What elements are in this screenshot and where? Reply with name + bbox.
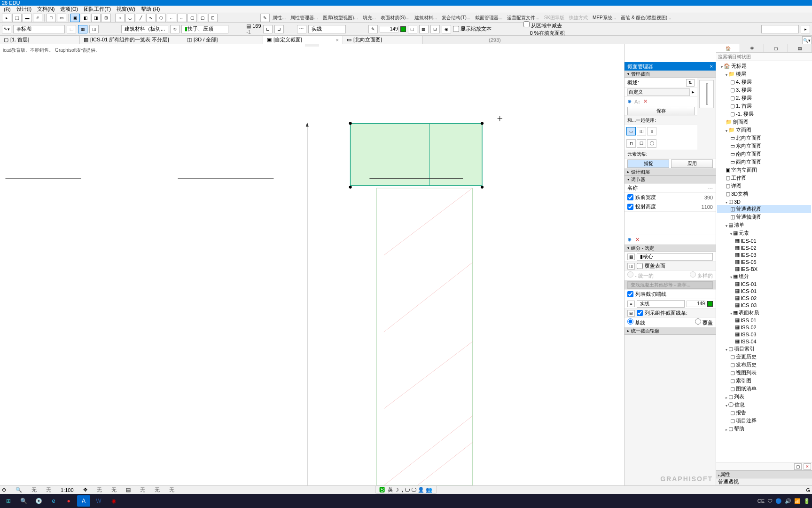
tree-lists[interactable]: ▤ 清单 (717, 221, 811, 229)
chevron-right-icon[interactable]: ▸ (692, 89, 695, 95)
fill-btn[interactable]: 填充... (361, 15, 378, 21)
library-btn[interactable]: 图库(模型视图)... (321, 15, 360, 21)
core-icon[interactable]: ▦ (627, 254, 635, 260)
tree-report[interactable]: ▢ 报告 (717, 409, 811, 417)
usewith-info-icon[interactable]: ⓘ (647, 139, 656, 148)
tree-3d-axon[interactable]: ◫ 普通轴测图 (717, 213, 811, 221)
tree-elev-n[interactable]: ▭ 北向立面图 (717, 134, 811, 142)
tree-elev-w[interactable]: ▭ 西向立面图 (717, 158, 811, 166)
bmat-btn[interactable]: 建筑材料... (413, 15, 439, 21)
surface-drop[interactable]: ▮ 扶手、压顶 (181, 25, 228, 33)
panel-header[interactable]: 截面管理器× (625, 62, 716, 71)
mep-btn[interactable]: MEP系统... (591, 15, 618, 21)
tool-g[interactable]: ⌐ (177, 14, 187, 22)
apply-button[interactable]: 应用 (671, 159, 713, 168)
tab-search[interactable]: 🔍▾ (802, 36, 812, 45)
tool-e[interactable]: ⊞ (102, 14, 111, 22)
surface-btn[interactable]: 表面材质(S)... (379, 15, 412, 21)
delete-icon[interactable]: ✕ (643, 98, 648, 104)
nav-tab-view[interactable]: 👁 (740, 44, 764, 52)
link-icon[interactable]: ⟲ (170, 25, 180, 33)
tree-elevations[interactable]: 📁 立面图 (717, 126, 811, 134)
menu-help[interactable]: 帮助 (H) (139, 6, 162, 13)
tool-grid[interactable]: # (33, 14, 42, 22)
ls-drop[interactable]: 实线 (637, 300, 685, 308)
tool-h[interactable]: ▢ (187, 14, 197, 22)
tool-line[interactable]: ╱ (136, 14, 145, 22)
save-button[interactable]: 保存 (627, 107, 695, 115)
tool-d[interactable]: ◨ (91, 14, 101, 22)
tool-f[interactable]: ⌐ (167, 14, 176, 22)
opconfig-btn[interactable]: 运营配置文件... (505, 15, 541, 21)
tree-help[interactable]: ▢ 帮助 (717, 425, 811, 433)
app-record[interactable]: ● (62, 495, 75, 507)
tree-ies01[interactable]: ▦ IES-01 (717, 237, 811, 244)
usewith-wall-icon[interactable]: ▭ (626, 127, 636, 135)
pen-color[interactable] (400, 26, 406, 32)
line-icon[interactable]: 〰 (297, 25, 306, 33)
tree-root[interactable]: 🏠 无标题 (717, 62, 811, 70)
tab-3d[interactable]: ◫[3D / 全部] (183, 36, 263, 44)
pan-icon[interactable]: ✥ (83, 487, 87, 493)
sectionmgr-btn[interactable]: 截面管理器... (473, 15, 504, 21)
ext-d[interactable]: ◉ (442, 25, 451, 33)
usewith-rail-icon[interactable]: ⊓ (626, 139, 636, 148)
tool-circle[interactable]: ○ (115, 14, 125, 22)
unified-edges-header[interactable]: 统一截面轮廓 (625, 327, 716, 335)
tree-lists-comp[interactable]: ▦ 组分 (717, 272, 811, 280)
width-check[interactable] (627, 194, 633, 200)
start-button[interactable]: ⊞ (2, 495, 15, 507)
properties-header[interactable]: 属性 (716, 470, 812, 478)
tree-lists-surf[interactable]: ▦ 表面材质 (717, 309, 811, 317)
zoom-out-icon[interactable]: ⊖ (2, 487, 6, 493)
pencolor-btn[interactable]: 画笔 & 颜色(模型视图)... (619, 15, 673, 21)
tree-details[interactable]: ▢ 详图 (717, 182, 811, 190)
tool-wall[interactable]: ▬ (23, 14, 32, 22)
tree-iss03[interactable]: ▦ ISS-03 (717, 331, 811, 338)
geo-c[interactable]: ◫ (89, 25, 99, 33)
tree-index-list[interactable]: ▢ 列表 (717, 393, 811, 401)
tree-floor-4[interactable]: ▢ 4. 楼层 (717, 78, 811, 86)
tab-floor1[interactable]: ▢[1. 首层] (0, 36, 80, 44)
linestyle-drop[interactable]: 实线 (308, 25, 346, 33)
tree-notes[interactable]: ▢ 项目注释 (717, 417, 811, 425)
tool-a[interactable]: □ (47, 14, 56, 22)
radio-cover[interactable]: 覆盖 (695, 318, 713, 326)
status-2[interactable]: 无 (46, 486, 51, 493)
app-music[interactable]: ◉ (107, 495, 120, 507)
tree-3ddocs[interactable]: ▢ 3D文档 (717, 190, 811, 198)
status-1[interactable]: 无 (31, 486, 37, 493)
tree-viewlist[interactable]: ▢ 视图列表 (717, 369, 811, 377)
tool-i[interactable]: ▢ (198, 14, 207, 22)
tool-c[interactable]: ◧ (81, 14, 90, 22)
tree-worksheets[interactable]: ▢ 工作图 (717, 174, 811, 182)
attr-btn[interactable]: 属性... (271, 15, 288, 21)
tree-interior[interactable]: ▣ 室内立面图 (717, 166, 811, 174)
tree-floor-b1[interactable]: ▢ -1. 楼层 (717, 110, 811, 118)
tree-iss01[interactable]: ▦ ISS-01 (717, 317, 811, 324)
tree-info[interactable]: ⓘ 信息 (717, 401, 811, 409)
status-3[interactable]: 无 (97, 486, 102, 493)
ime-tray[interactable]: S 英 ☽ ·, 🖵 🖵 👤 👥 (375, 485, 437, 494)
nav-tab-publish[interactable]: ▤ (788, 44, 812, 52)
cutend-check[interactable] (627, 291, 633, 297)
app-1[interactable]: 💿 (32, 495, 45, 507)
pen2-color[interactable] (707, 301, 713, 307)
status-5[interactable]: 无 (140, 486, 145, 493)
tool-marquee[interactable]: ⬚ (12, 14, 22, 22)
ext-b[interactable]: ▦ (419, 25, 429, 33)
tree-publish[interactable]: ▢ 发布历史 (717, 361, 811, 369)
usewith-obj-icon[interactable]: ☐ (637, 139, 646, 148)
attrmgr-btn[interactable]: 属性管理器... (289, 15, 320, 21)
menu-file[interactable]: (B) (2, 7, 13, 12)
core-drop[interactable]: ▮ 核心 (637, 253, 713, 261)
tab-elevation[interactable]: ▭[北向立面图] (343, 36, 423, 44)
tab-custom-section[interactable]: ▣[自定义截面]× (263, 36, 343, 44)
tree-ies02[interactable]: ▦ IES-02 (717, 244, 811, 251)
tree-floor-3[interactable]: ▢ 3. 楼层 (717, 86, 811, 94)
status-4[interactable]: 无 (111, 486, 117, 493)
height-check[interactable] (627, 204, 633, 210)
show-zoom-text[interactable]: 显示缩放文本 (453, 25, 492, 32)
modifiers-header[interactable]: 词节器 (625, 176, 716, 183)
tree-projindex[interactable]: ▢ 项目索引 (717, 345, 811, 353)
